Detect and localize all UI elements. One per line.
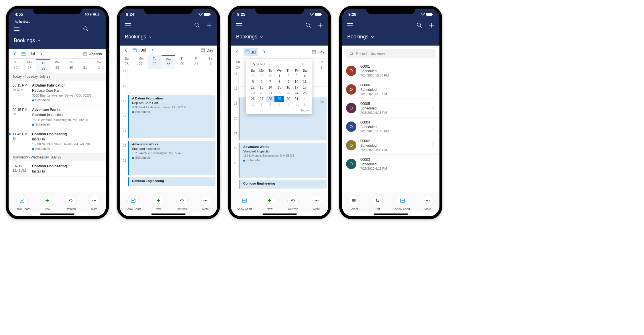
day-event[interactable]: Adventure WorksStandard Inspection162 S … [239, 143, 327, 178]
list-item[interactable]: O00005Scheduled7/28/2020 9:15 PM⋮ [342, 99, 439, 117]
add-icon[interactable] [206, 22, 212, 28]
bottom-bar-refresh[interactable]: Refresh [65, 195, 76, 211]
calendar-day[interactable]: 3 [257, 102, 266, 107]
bottom-bar-chart[interactable]: Show Chart [15, 195, 30, 211]
calendar-picker-open[interactable]: Jul [244, 48, 258, 56]
week-day[interactable]: We29 [162, 55, 176, 69]
prev-arrow-icon[interactable] [13, 52, 17, 56]
calendar-day[interactable]: 6 [257, 79, 266, 85]
bottom-bar-plus[interactable]: New [264, 195, 275, 211]
week-day[interactable]: Sa1 [314, 58, 328, 72]
calendar-day[interactable]: 16 [284, 85, 292, 90]
week-day[interactable]: Mo27 [23, 59, 37, 73]
bottom-bar-chart[interactable]: Show Chart [395, 195, 410, 211]
calendar-day[interactable]: 5 [249, 79, 257, 85]
prev-arrow-icon[interactable] [124, 48, 128, 52]
calendar-day[interactable]: 23 [284, 90, 292, 96]
next-arrow-icon[interactable] [39, 52, 44, 56]
calendar-day[interactable]: 18 [301, 85, 309, 90]
agenda-item[interactable]: 11:45 PM1hContoso EngineeringInstall IoT… [9, 129, 106, 154]
prev-arrow-icon[interactable] [235, 50, 239, 54]
calendar-day[interactable]: 24 [292, 90, 301, 96]
calendar-day[interactable]: 28 [249, 73, 257, 79]
next-arrow-icon[interactable] [150, 48, 155, 52]
item-more-icon[interactable]: ⋮ [430, 124, 435, 130]
week-day[interactable]: Sa1 [203, 55, 217, 69]
calendar-day[interactable]: 31 [292, 96, 301, 102]
bottom-bar-sort[interactable]: Sort [372, 195, 383, 211]
bottom-bar-refresh[interactable]: Refresh [176, 195, 188, 211]
menu-icon[interactable] [14, 27, 19, 31]
page-title[interactable]: Bookings [14, 38, 101, 44]
calendar-day[interactable]: 20 [257, 90, 266, 96]
item-more-icon[interactable]: ⋮ [430, 142, 435, 148]
agenda-item[interactable]: ENDS12:45 AMContoso EngineeringInstall I… [9, 161, 106, 177]
week-day[interactable]: Tu28 [36, 59, 50, 73]
calendar-day[interactable]: 26 [249, 96, 257, 102]
view-toggle[interactable]: Day [201, 48, 213, 52]
bottom-bar-dots[interactable]: More [89, 195, 100, 211]
list-item[interactable]: O00002Scheduled7/29/2020 3:30 PM⋮ [342, 136, 439, 155]
item-more-icon[interactable]: ⋮ [430, 105, 435, 111]
calendar-day[interactable]: 21 [266, 90, 274, 96]
add-icon[interactable] [317, 22, 323, 28]
calendar-day[interactable]: 9 [284, 79, 292, 85]
agenda-item[interactable]: 09:15 PM2hAdventure WorksStandard Inspec… [9, 105, 106, 129]
date-picker-popup[interactable]: July 2020↑↓SuMoTuWeThFrSa282930123456789… [246, 59, 312, 114]
calendar-day[interactable]: 29 [257, 73, 266, 79]
agenda-content[interactable]: Today - Tuesday, July 28 06:15 PM2h 30mA… [9, 73, 106, 192]
calendar-day[interactable]: 7 [266, 79, 274, 85]
list-item[interactable]: O00001Scheduled7/24/2020 10:00 PM⋮ [342, 62, 439, 80]
calendar-day[interactable]: 15 [274, 85, 284, 90]
bottom-bar-chart[interactable]: Show Chart [237, 195, 252, 211]
calendar-day[interactable]: 30 [266, 73, 274, 79]
calendar-day[interactable]: 5 [274, 102, 284, 107]
search-icon[interactable] [417, 22, 422, 28]
month-down-icon[interactable]: ↓ [307, 62, 309, 66]
search-input[interactable]: Search this view [346, 49, 435, 58]
calendar-day[interactable]: 8 [274, 79, 284, 85]
calendar-day[interactable]: 30 [284, 96, 292, 102]
today-link[interactable]: Today [249, 109, 309, 112]
search-icon[interactable] [194, 22, 200, 28]
bottom-bar-select[interactable]: Select [348, 195, 360, 211]
week-day[interactable]: Su26 [231, 58, 245, 72]
calendar-day[interactable]: 6 [284, 102, 292, 107]
bottom-bar-plus[interactable]: New [42, 195, 53, 211]
calendar-day[interactable]: 2 [284, 73, 292, 79]
next-arrow-icon[interactable] [262, 50, 266, 54]
calendar-day[interactable]: 8 [301, 102, 309, 107]
list-item[interactable]: O00006Scheduled7/28/2020 6:15 PM⋮ [342, 80, 439, 99]
week-day[interactable]: Th30 [175, 55, 189, 69]
bottom-bar-chart[interactable]: Show Chart [126, 195, 141, 211]
calendar-day[interactable]: 14 [266, 85, 274, 90]
bottom-bar-dots[interactable]: More [311, 195, 322, 211]
calendar-day[interactable]: 7 [292, 102, 301, 107]
calendar-day[interactable]: 4 [266, 102, 274, 107]
calendar-day[interactable]: 11 [301, 79, 309, 85]
day-event[interactable]: A Datum FabricationReplace Core Part3000… [128, 95, 215, 138]
list-item[interactable]: O00003Scheduled7/29/2020 6:15 PM⋮ [342, 155, 439, 173]
calendar-day[interactable]: 3 [292, 73, 301, 79]
calendar-day[interactable]: 4 [301, 73, 309, 79]
list-content[interactable]: Search this view O00001Scheduled7/24/202… [342, 46, 439, 192]
calendar-day[interactable]: 22 [274, 90, 284, 96]
week-day[interactable]: Th30 [64, 59, 78, 73]
week-day[interactable]: Su26 [120, 55, 134, 69]
item-more-icon[interactable]: ⋮ [430, 86, 435, 93]
page-title[interactable]: Bookings [347, 34, 434, 40]
month-up-icon[interactable]: ↑ [301, 62, 303, 66]
page-title[interactable]: Bookings [125, 34, 212, 40]
calendar-icon[interactable] [132, 48, 137, 52]
calendar-day[interactable]: 29 [274, 96, 284, 102]
item-more-icon[interactable]: ⋮ [430, 161, 435, 167]
bottom-bar-refresh[interactable]: Refresh [287, 195, 299, 211]
bottom-bar-dots[interactable]: More [422, 195, 433, 211]
calendar-day[interactable]: 25 [301, 90, 309, 96]
week-day[interactable]: Su26 [9, 59, 23, 73]
search-icon[interactable] [305, 22, 311, 28]
calendar-day[interactable]: 27 [257, 96, 266, 102]
list-item[interactable]: O00004Scheduled7/28/2020 11:45 PM⋮ [342, 117, 439, 136]
day-event[interactable]: Contoso Engineering [239, 180, 327, 189]
week-day[interactable]: We29 [50, 59, 64, 73]
